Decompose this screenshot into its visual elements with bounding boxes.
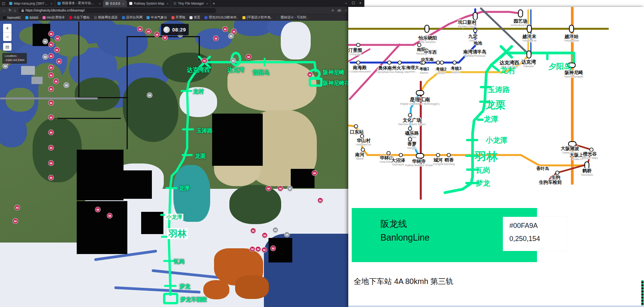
station-marker-m[interactable]: M (308, 72, 313, 77)
station-marker-m[interactable]: M (262, 233, 267, 238)
tab-close-icon[interactable]: × (51, 2, 53, 5)
station-marker-m[interactable]: M (15, 205, 20, 210)
bluemap-viewport[interactable]: MMMMMMMMMMMMMMMMMMMMMMMMMMMMMMMMMMMMMMMM… (0, 21, 364, 307)
read-aloud-icon[interactable]: A (331, 9, 334, 12)
station-marker-m[interactable]: M (49, 65, 54, 70)
url-text[interactable]: https://xinghaicity.ldiorstudio.cn/bluem… (25, 8, 84, 12)
station-marker-m[interactable]: M (256, 247, 261, 252)
station-marker-m[interactable]: M (271, 246, 276, 251)
station-marker-m[interactable]: M (49, 115, 54, 120)
tab-close-icon[interactable]: × (99, 2, 101, 5)
station-marker-m[interactable]: M (13, 219, 18, 224)
station-marker-m[interactable]: M (49, 101, 54, 106)
station-marker-m[interactable]: M (49, 175, 54, 180)
station-marker-m[interactable]: M (262, 248, 267, 253)
station-marker-m[interactable]: M (49, 87, 54, 92)
station-marker-m[interactable]: M (146, 29, 151, 34)
tab-close-icon[interactable]: × (166, 2, 168, 5)
bookmark-label: 小众下载站 (73, 15, 90, 20)
home-icon[interactable]: ⌂ (14, 8, 16, 12)
station-marker-m[interactable]: M (107, 213, 112, 218)
station-marker-m[interactable]: M (49, 54, 54, 59)
station-marker-m[interactable]: M (250, 247, 255, 252)
station-marker-m[interactable]: M (155, 32, 160, 37)
bookmark-12[interactable]: 图材设计 - 可实时.. (277, 15, 308, 20)
station-marker-m[interactable]: M (312, 171, 317, 176)
station-marker-m[interactable]: M (54, 48, 59, 53)
bookmark-11[interactable]: [平面设计软件免.. (242, 15, 272, 20)
bookmark-4[interactable]: 小众下载站 (69, 15, 90, 20)
station-marker-m[interactable]: M (49, 73, 54, 78)
station-marker-m[interactable]: M (54, 79, 59, 84)
station-marker-m[interactable]: M (229, 34, 234, 39)
green-station-label: 羽林 (474, 150, 498, 163)
station-marker-m[interactable]: M (202, 58, 207, 63)
tab-4[interactable]: Railway System Map× (127, 0, 171, 7)
station-marker-m[interactable]: M (43, 39, 48, 44)
refresh-icon[interactable]: ↻ (8, 8, 12, 12)
tab-1[interactable]: Map-Asna.png (3907×3081)× (7, 0, 55, 7)
tab-3[interactable]: 0.0.0.0× (103, 0, 127, 7)
station-marker-m[interactable]: M (138, 27, 143, 32)
station-marker-m[interactable]: M (251, 228, 256, 233)
station-marker-m[interactable]: M (231, 58, 236, 63)
bookmark-10[interactable]: 理光2012LD棋体对.. (204, 15, 238, 20)
station-marker-m[interactable]: M (214, 36, 219, 41)
tab-title: Railway System Map (134, 2, 164, 5)
station-label: 考核1 (419, 67, 429, 71)
station-marker-m[interactable]: M (147, 93, 152, 98)
station-marker-m[interactable]: M (246, 54, 251, 59)
station-marker-m[interactable]: M (273, 228, 278, 233)
tab-2[interactable]: 铁路事务 - 星海市轨道交通建设× (55, 0, 104, 7)
address-bar[interactable]: https://xinghaicity.ldiorstudio.cn/bluem… (18, 8, 216, 13)
bookmark-favicon (94, 16, 97, 19)
bookmark-8[interactable]: 开票啦 (171, 15, 186, 20)
station-marker-m[interactable]: M (43, 54, 48, 59)
close-button[interactable]: × (359, 1, 361, 5)
tab-5[interactable]: Tiny File Manager× (171, 0, 211, 7)
station-marker-m[interactable]: M (49, 145, 54, 150)
station-marker-m[interactable]: M (49, 130, 54, 135)
bookmark-2[interactable]: BiliBili (25, 16, 38, 20)
station-marker-m[interactable]: M (232, 29, 237, 34)
tab-close-icon[interactable]: × (206, 2, 208, 5)
station-marker-m[interactable]: M (49, 31, 54, 36)
station-marker-m[interactable]: M (49, 161, 54, 166)
station-marker-m[interactable]: M (288, 186, 293, 191)
scrollbar-thumb[interactable] (641, 280, 644, 307)
station-label: 汀景围 (348, 48, 362, 53)
station-marker-m[interactable]: M (223, 27, 228, 32)
bookmark-5[interactable]: 铁路网生成器 (94, 15, 118, 20)
station-label: 鹤桥 (582, 168, 592, 173)
station-marker-m[interactable]: M (49, 42, 54, 47)
zoom-in-button[interactable]: + (3, 24, 12, 33)
bookmark-9[interactable]: 首页 (189, 15, 200, 20)
layers-button[interactable]: ▤ (3, 43, 12, 51)
station-marker-m[interactable]: M (3, 64, 8, 69)
bookmark-favicon (147, 16, 150, 19)
back-icon[interactable]: ← (2, 8, 6, 12)
minimize-button[interactable]: – (345, 1, 347, 5)
station-marker-m[interactable]: M (96, 207, 100, 212)
station-marker-m[interactable]: M (266, 186, 271, 191)
tab-bar: ▢ Map-Asna.png (3907×3081)×铁路事务 - 星海市轨道交… (0, 0, 364, 7)
station-marker-m[interactable]: M (55, 36, 60, 41)
tab-close-icon[interactable]: × (122, 2, 124, 5)
station-marker-m[interactable]: M (163, 35, 168, 40)
station-marker-m[interactable]: M (64, 83, 69, 88)
zoom-out-button[interactable]: − (3, 33, 12, 41)
station-marker-m[interactable]: M (285, 232, 290, 237)
bookmark-6[interactable]: 温州台风网 (122, 15, 143, 20)
station-marker-m[interactable]: M (318, 198, 323, 203)
station-marker-m[interactable]: M (57, 59, 62, 64)
restore-button[interactable]: ☐ (352, 1, 355, 5)
translate-icon[interactable]: ab (337, 9, 341, 12)
tab-favicon (58, 2, 61, 5)
bookmark-3[interactable]: osu比赛指令 (43, 15, 65, 20)
station-label: 南湾清半岛 (463, 49, 486, 54)
favorites-icon[interactable]: ☆ (344, 9, 348, 12)
bookmark-1[interactable]: NameMC (3, 16, 21, 20)
station-marker-m[interactable]: M (278, 186, 283, 191)
new-tab-button[interactable]: + (211, 0, 217, 7)
bookmark-7[interactable]: 中央气象台 (147, 15, 167, 20)
